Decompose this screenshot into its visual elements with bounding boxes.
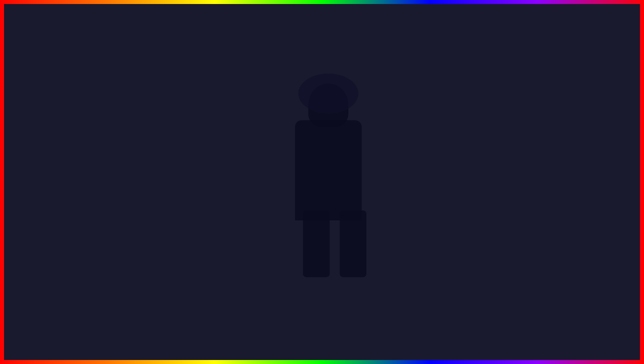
- bones-section-title: Bones: [467, 177, 614, 183]
- skill-x-checkmark: ✓: [199, 159, 203, 164]
- rnav-player-label: Player: [443, 196, 452, 199]
- auto-farm-row[interactable]: N Auto Farm: [467, 139, 614, 150]
- rnav-stats[interactable]: 📊 Stats: [433, 167, 463, 185]
- auto-farm-checkbox[interactable]: [605, 142, 611, 148]
- rnav-player[interactable]: ✕ Player: [433, 185, 463, 203]
- logo-fruits: FRUITS: [551, 321, 607, 337]
- mobile-check: ✓: [121, 130, 143, 161]
- skill-c-checkmark: ✓: [199, 172, 203, 177]
- rhome-icon: 🏠: [445, 116, 451, 122]
- bottom-text: UPDATE XMAS SCRIPT PASTEBIN: [0, 320, 644, 354]
- update-xmas-text: UPDATE XMAS: [106, 320, 322, 354]
- nav-teleport-label: Teleport: [35, 204, 47, 207]
- auto-farm-label: Auto Farm: [482, 142, 602, 147]
- home-icon: 🏠: [38, 116, 44, 122]
- extra-icon: ◉: [39, 214, 43, 220]
- candy-section-title: Candy: [467, 153, 614, 160]
- left-panel-title: NEVA HUB | BLOX FRUIT: [40, 100, 92, 105]
- mobile-label: MOBILE: [25, 133, 116, 159]
- logo-x: X: [596, 304, 607, 324]
- nav-main[interactable]: 🏠 Main: [26, 113, 56, 131]
- rnav-teleport[interactable]: 📍: [433, 203, 463, 216]
- rnav-weapons[interactable]: ⚔ Weapons: [433, 131, 463, 149]
- left-panel-header: N NEVA HUB | BLOX FRUIT 01/01/2023 – 08:…: [26, 96, 211, 109]
- svg-point-10: [311, 301, 313, 302]
- right-panel-sidebar: 🏠 Main ⚔ Weapons ⚙ Settings 📊 Stats ✕: [433, 109, 463, 219]
- nav-teleport[interactable]: 📍 Teleport: [26, 193, 56, 211]
- logo-bl: BL: [551, 304, 574, 324]
- slider-line-af: [479, 142, 479, 148]
- neva-badge-af: N: [470, 142, 476, 148]
- teleport-icon: 📍: [38, 196, 44, 202]
- main-title: BLOX FRUITS: [0, 7, 644, 60]
- rchart-icon: 📊: [445, 170, 451, 176]
- work-text: WORK: [554, 95, 619, 114]
- kill-health-value: 25: [194, 127, 204, 133]
- kill-checkmark: ✓: [199, 145, 203, 151]
- rnav-stats-label: Stats: [444, 178, 452, 181]
- kill-checkbox[interactable]: ✓: [198, 145, 204, 151]
- android-overlay: ANDROID ✓: [25, 159, 162, 190]
- rsword-icon: ⚔: [446, 134, 450, 140]
- rnav-main-label: Main: [444, 124, 452, 127]
- rplayer-icon: ✕: [446, 188, 450, 194]
- skull-icon: ☠: [580, 308, 589, 320]
- settings-mastery-title: Settings Mastery: [60, 113, 207, 121]
- left-panel-datetime: 01/01/2023 – 08:56:13 AM [ ID ]: [150, 100, 207, 105]
- nav-main-label: Main: [37, 124, 45, 127]
- rteleport-icon: 📍: [445, 206, 451, 212]
- android-label: ANDROID: [25, 161, 134, 188]
- neva-logo-left: N: [30, 99, 37, 106]
- skill-x-checkbox[interactable]: ✓: [198, 158, 204, 164]
- android-check: ✓: [139, 159, 162, 190]
- svg-point-9: [323, 300, 327, 304]
- svg-point-8: [309, 300, 313, 304]
- rgear-icon: ⚙: [446, 152, 450, 158]
- svg-point-11: [325, 301, 326, 302]
- skill-c-checkbox[interactable]: ✓: [198, 172, 204, 178]
- nav-extra[interactable]: ◉: [26, 211, 56, 224]
- neva-badge-afc: N: [470, 165, 476, 171]
- script-pastebin-text: SCRIPT PASTEBIN: [329, 326, 538, 352]
- auto-farm-candy-row[interactable]: N Auto Farm Candy: [467, 163, 614, 173]
- mobile-android-overlay: MOBILE ✓: [25, 130, 143, 161]
- mobile-badge-text: MOBILE: [554, 114, 619, 130]
- logo-skull-circle: ☠: [576, 305, 594, 323]
- rnav-settings-label: Settings: [442, 160, 454, 163]
- auto-farm-candy-checkbox[interactable]: [605, 165, 611, 171]
- auto-farm-candy-label: Auto Farm Candy: [482, 166, 602, 170]
- rnav-settings[interactable]: ⚙ Settings: [433, 149, 463, 167]
- right-panel-title: NEVA HUB | BLOX FRUIT: [447, 100, 499, 105]
- work-mobile-badge: WORK MOBILE: [554, 95, 619, 130]
- slider-line-afc: [479, 165, 479, 171]
- neva-logo-right: N: [437, 99, 444, 106]
- rnav-main[interactable]: 🏠 Main: [433, 113, 463, 131]
- rnav-weapons-label: Weapons: [441, 142, 455, 145]
- blox-fruits-logo: BL ☠ X FRUITS: [551, 304, 607, 337]
